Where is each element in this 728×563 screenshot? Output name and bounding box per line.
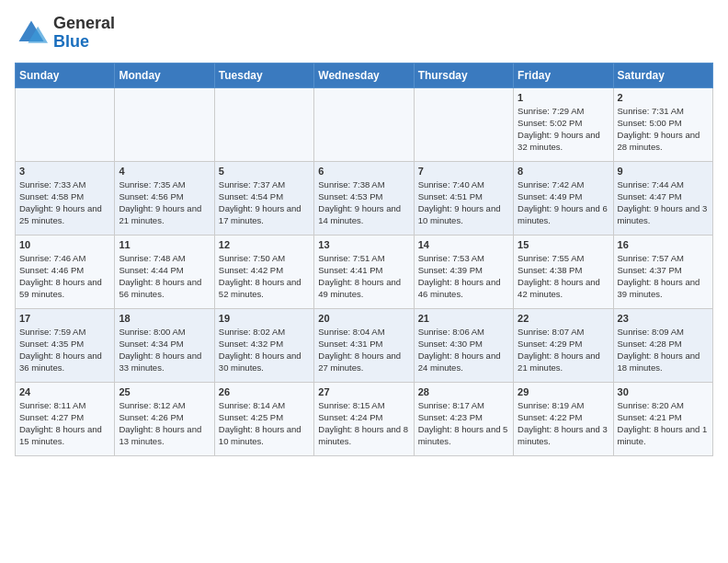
day-info: Sunrise: 8:17 AM Sunset: 4:23 PM Dayligh… [418, 399, 509, 448]
day-number: 24 [19, 386, 110, 397]
calendar-cell: 2Sunrise: 7:31 AM Sunset: 5:00 PM Daylig… [613, 87, 712, 161]
header-day-saturday: Saturday [613, 63, 712, 87]
day-info: Sunrise: 8:12 AM Sunset: 4:26 PM Dayligh… [119, 399, 210, 448]
calendar-cell: 1Sunrise: 7:29 AM Sunset: 5:02 PM Daylig… [514, 87, 613, 161]
calendar-cell: 25Sunrise: 8:12 AM Sunset: 4:26 PM Dayli… [115, 382, 214, 455]
day-info: Sunrise: 8:20 AM Sunset: 4:21 PM Dayligh… [618, 399, 709, 448]
logo: General Blue [15, 15, 115, 52]
header-day-tuesday: Tuesday [214, 63, 313, 87]
day-number: 3 [19, 166, 110, 177]
day-info: Sunrise: 8:11 AM Sunset: 4:27 PM Dayligh… [19, 399, 110, 448]
calendar-body: 1Sunrise: 7:29 AM Sunset: 5:02 PM Daylig… [16, 87, 713, 455]
calendar-cell: 20Sunrise: 8:04 AM Sunset: 4:31 PM Dayli… [314, 308, 414, 382]
day-number: 22 [518, 313, 609, 324]
calendar-cell: 5Sunrise: 7:37 AM Sunset: 4:54 PM Daylig… [214, 161, 313, 235]
day-number: 23 [618, 313, 709, 324]
calendar-cell [414, 87, 513, 161]
day-info: Sunrise: 7:38 AM Sunset: 4:53 PM Dayligh… [318, 178, 409, 227]
header-day-monday: Monday [115, 63, 214, 87]
day-info: Sunrise: 7:35 AM Sunset: 4:56 PM Dayligh… [119, 178, 210, 227]
day-number: 21 [418, 313, 509, 324]
header-day-friday: Friday [514, 63, 613, 87]
calendar-cell: 7Sunrise: 7:40 AM Sunset: 4:51 PM Daylig… [414, 161, 513, 235]
day-number: 27 [318, 386, 409, 397]
calendar-cell: 16Sunrise: 7:57 AM Sunset: 4:37 PM Dayli… [613, 235, 712, 308]
day-info: Sunrise: 7:42 AM Sunset: 4:49 PM Dayligh… [518, 178, 609, 227]
day-info: Sunrise: 7:44 AM Sunset: 4:47 PM Dayligh… [618, 178, 709, 227]
calendar-cell [214, 87, 313, 161]
day-info: Sunrise: 8:02 AM Sunset: 4:32 PM Dayligh… [219, 326, 310, 374]
day-number: 7 [418, 166, 509, 177]
day-info: Sunrise: 7:40 AM Sunset: 4:51 PM Dayligh… [418, 178, 509, 227]
header-day-thursday: Thursday [414, 63, 513, 87]
calendar-cell: 17Sunrise: 7:59 AM Sunset: 4:35 PM Dayli… [16, 308, 115, 382]
day-number: 25 [119, 386, 210, 397]
week-row-3: 10Sunrise: 7:46 AM Sunset: 4:46 PM Dayli… [16, 235, 713, 308]
day-number: 20 [318, 313, 409, 324]
header-day-sunday: Sunday [16, 63, 115, 87]
logo-icon [15, 17, 48, 50]
calendar-cell: 11Sunrise: 7:48 AM Sunset: 4:44 PM Dayli… [115, 235, 214, 308]
day-number: 16 [618, 239, 709, 250]
week-row-2: 3Sunrise: 7:33 AM Sunset: 4:58 PM Daylig… [16, 161, 713, 235]
day-info: Sunrise: 8:00 AM Sunset: 4:34 PM Dayligh… [119, 326, 210, 374]
calendar-cell: 28Sunrise: 8:17 AM Sunset: 4:23 PM Dayli… [414, 382, 513, 455]
week-row-1: 1Sunrise: 7:29 AM Sunset: 5:02 PM Daylig… [16, 87, 713, 161]
day-number: 12 [219, 239, 310, 250]
day-info: Sunrise: 8:07 AM Sunset: 4:29 PM Dayligh… [518, 326, 609, 374]
logo-general: General [53, 14, 115, 32]
header-row: SundayMondayTuesdayWednesdayThursdayFrid… [16, 63, 713, 87]
day-number: 1 [518, 92, 609, 103]
calendar-header: SundayMondayTuesdayWednesdayThursdayFrid… [16, 63, 713, 87]
day-info: Sunrise: 7:37 AM Sunset: 4:54 PM Dayligh… [219, 178, 310, 227]
calendar-cell: 26Sunrise: 8:14 AM Sunset: 4:25 PM Dayli… [214, 382, 313, 455]
day-info: Sunrise: 7:55 AM Sunset: 4:38 PM Dayligh… [518, 252, 609, 301]
calendar-cell: 30Sunrise: 8:20 AM Sunset: 4:21 PM Dayli… [613, 382, 712, 455]
day-info: Sunrise: 8:09 AM Sunset: 4:28 PM Dayligh… [618, 326, 709, 374]
day-number: 29 [518, 386, 609, 397]
calendar-cell: 18Sunrise: 8:00 AM Sunset: 4:34 PM Dayli… [115, 308, 214, 382]
calendar-cell: 10Sunrise: 7:46 AM Sunset: 4:46 PM Dayli… [16, 235, 115, 308]
calendar-cell: 12Sunrise: 7:50 AM Sunset: 4:42 PM Dayli… [214, 235, 313, 308]
day-info: Sunrise: 8:19 AM Sunset: 4:22 PM Dayligh… [518, 399, 609, 448]
calendar-cell: 9Sunrise: 7:44 AM Sunset: 4:47 PM Daylig… [613, 161, 712, 235]
week-row-5: 24Sunrise: 8:11 AM Sunset: 4:27 PM Dayli… [16, 382, 713, 455]
logo-text: General Blue [53, 15, 115, 52]
calendar-cell: 6Sunrise: 7:38 AM Sunset: 4:53 PM Daylig… [314, 161, 414, 235]
day-info: Sunrise: 7:57 AM Sunset: 4:37 PM Dayligh… [618, 252, 709, 301]
calendar-cell: 27Sunrise: 8:15 AM Sunset: 4:24 PM Dayli… [314, 382, 414, 455]
day-number: 18 [119, 313, 210, 324]
day-number: 15 [518, 239, 609, 250]
day-info: Sunrise: 7:31 AM Sunset: 5:00 PM Dayligh… [618, 105, 709, 154]
calendar-cell: 14Sunrise: 7:53 AM Sunset: 4:39 PM Dayli… [414, 235, 513, 308]
day-number: 28 [418, 386, 509, 397]
day-info: Sunrise: 7:51 AM Sunset: 4:41 PM Dayligh… [318, 252, 409, 301]
calendar-cell: 22Sunrise: 8:07 AM Sunset: 4:29 PM Dayli… [514, 308, 613, 382]
page-header: General Blue [15, 15, 713, 52]
day-info: Sunrise: 8:06 AM Sunset: 4:30 PM Dayligh… [418, 326, 509, 374]
day-number: 30 [618, 386, 709, 397]
day-info: Sunrise: 8:15 AM Sunset: 4:24 PM Dayligh… [318, 399, 409, 448]
day-number: 9 [618, 166, 709, 177]
day-info: Sunrise: 7:53 AM Sunset: 4:39 PM Dayligh… [418, 252, 509, 301]
day-number: 14 [418, 239, 509, 250]
day-number: 6 [318, 166, 409, 177]
calendar-cell: 8Sunrise: 7:42 AM Sunset: 4:49 PM Daylig… [514, 161, 613, 235]
calendar-cell: 21Sunrise: 8:06 AM Sunset: 4:30 PM Dayli… [414, 308, 513, 382]
day-info: Sunrise: 7:29 AM Sunset: 5:02 PM Dayligh… [518, 105, 609, 154]
calendar-cell: 3Sunrise: 7:33 AM Sunset: 4:58 PM Daylig… [16, 161, 115, 235]
calendar-cell [115, 87, 214, 161]
day-number: 5 [219, 166, 310, 177]
calendar-cell [314, 87, 414, 161]
header-day-wednesday: Wednesday [314, 63, 414, 87]
day-number: 2 [618, 92, 709, 103]
week-row-4: 17Sunrise: 7:59 AM Sunset: 4:35 PM Dayli… [16, 308, 713, 382]
calendar-cell: 19Sunrise: 8:02 AM Sunset: 4:32 PM Dayli… [214, 308, 313, 382]
calendar-cell: 15Sunrise: 7:55 AM Sunset: 4:38 PM Dayli… [514, 235, 613, 308]
day-info: Sunrise: 8:14 AM Sunset: 4:25 PM Dayligh… [219, 399, 310, 448]
day-number: 26 [219, 386, 310, 397]
day-info: Sunrise: 7:46 AM Sunset: 4:46 PM Dayligh… [19, 252, 110, 301]
day-info: Sunrise: 7:48 AM Sunset: 4:44 PM Dayligh… [119, 252, 210, 301]
calendar-table: SundayMondayTuesdayWednesdayThursdayFrid… [15, 63, 713, 456]
calendar-cell: 13Sunrise: 7:51 AM Sunset: 4:41 PM Dayli… [314, 235, 414, 308]
